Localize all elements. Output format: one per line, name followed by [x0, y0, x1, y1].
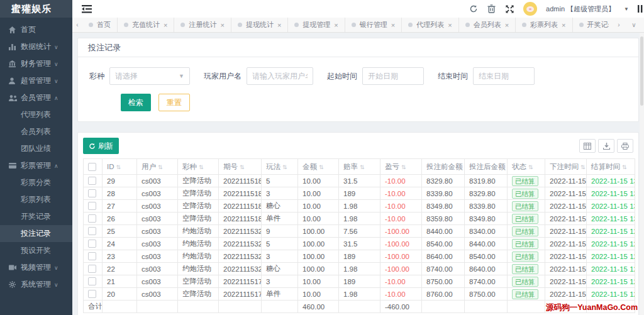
tab-close-icon[interactable]: ×	[562, 21, 565, 29]
tab-label: 提现管理	[303, 20, 330, 30]
sidebar-item-系统管理[interactable]: 系统管理∨	[0, 276, 72, 293]
tabs-menu-icon[interactable]: ∨	[629, 21, 639, 28]
tab-close-icon[interactable]: ×	[334, 21, 338, 29]
chevron-down-icon: ∨	[54, 265, 58, 271]
sort-icon[interactable]: ⇅	[319, 164, 324, 170]
column-header-赔率[interactable]: 赔率⇅	[339, 159, 380, 175]
sidebar-item-投注记录[interactable]: 投注记录	[0, 225, 72, 242]
tabs-scroll-right-icon[interactable]: ›	[614, 21, 624, 28]
cell-issue: 2022111532...	[219, 263, 262, 275]
reset-button[interactable]: 重置	[158, 94, 190, 111]
user-menu-caret-icon[interactable]: ▼	[624, 6, 629, 12]
sidebar-item-超管管理[interactable]: 超管管理∨	[0, 72, 72, 89]
column-header-彩种[interactable]: 彩种⇅	[178, 159, 219, 175]
select-all-checkbox[interactable]	[88, 163, 96, 171]
tabs-scroll-left-icon[interactable]: ‹	[72, 18, 82, 32]
tab-银行管理[interactable]: 银行管理×	[345, 18, 402, 32]
sidebar-item-首页[interactable]: 首页	[0, 21, 72, 38]
sort-icon[interactable]: ⇅	[199, 164, 204, 170]
row-checkbox[interactable]	[88, 252, 96, 260]
tab-会员列表[interactable]: 会员列表×	[459, 18, 516, 32]
column-header-盈亏[interactable]: 盈亏⇅	[380, 159, 422, 175]
column-header-投注前金额[interactable]: 投注前金额⇅	[422, 159, 465, 175]
sort-icon[interactable]: ⇅	[158, 164, 163, 170]
tab-充值统计[interactable]: 充值统计×	[118, 18, 174, 32]
tab-close-icon[interactable]: ×	[505, 21, 509, 29]
admin-username[interactable]: admin 【超级管理员】	[546, 4, 615, 14]
column-header-玩法[interactable]: 玩法⇅	[262, 159, 298, 175]
sidebar-item-代理列表[interactable]: 代理列表	[0, 106, 72, 123]
lottery-type-select[interactable]: 请选择 ▼	[109, 67, 190, 85]
tab-close-icon[interactable]: ×	[448, 21, 452, 29]
tab-close-icon[interactable]: ×	[277, 21, 281, 29]
table-refresh-button[interactable]: 刷新	[83, 138, 119, 154]
status-badge: 已结算	[512, 251, 538, 262]
more-menu-icon[interactable]	[638, 5, 644, 13]
scrollbar-thumb[interactable]	[640, 36, 643, 106]
sidebar-item-数据统计[interactable]: 数据统计∨	[0, 38, 72, 55]
sidebar-item-彩票管理[interactable]: 彩票管理∧	[0, 157, 72, 174]
tab-彩票列表[interactable]: 彩票列表×	[516, 18, 572, 32]
sidebar-item-会员管理[interactable]: 会员管理∧	[0, 89, 72, 106]
row-checkbox[interactable]	[88, 227, 96, 235]
sidebar-item-预设开奖[interactable]: 预设开奖	[0, 242, 72, 259]
columns-toggle-icon[interactable]	[579, 139, 596, 153]
row-checkbox[interactable]	[88, 290, 96, 298]
row-checkbox[interactable]	[88, 177, 96, 185]
sort-icon[interactable]: ⇅	[360, 164, 365, 170]
sidebar-item-团队业绩[interactable]: 团队业绩	[0, 140, 72, 157]
column-header-用户[interactable]: 用户⇅	[137, 159, 178, 175]
column-header-ID[interactable]: ID⇅	[103, 159, 137, 175]
sort-icon[interactable]: ⇅	[580, 164, 586, 170]
column-header-投注后金额[interactable]: 投注后金额⇅	[465, 159, 508, 175]
row-checkbox[interactable]	[88, 189, 96, 197]
row-checkbox[interactable]	[88, 202, 96, 210]
row-checkbox[interactable]	[88, 265, 96, 273]
tab-close-icon[interactable]: ×	[164, 21, 167, 29]
tab-close-icon[interactable]: ×	[391, 21, 395, 29]
fullscreen-icon[interactable]	[505, 4, 514, 14]
user-avatar[interactable]	[523, 2, 537, 16]
gear-icon	[9, 281, 18, 289]
column-header-结算时间[interactable]: 结算时间⇅	[587, 159, 635, 175]
end-date-input[interactable]	[473, 67, 535, 85]
sidebar-item-财务管理[interactable]: 财务管理∨	[0, 55, 72, 72]
sidebar-item-彩票分类[interactable]: 彩票分类	[0, 174, 72, 191]
row-checkbox[interactable]	[88, 277, 96, 285]
sidebar-item-视频管理[interactable]: 视频管理∨	[0, 259, 72, 276]
column-header-金额[interactable]: 金额⇅	[298, 159, 339, 175]
sort-icon[interactable]: ⇅	[401, 164, 406, 170]
cell-profit: -10.00	[380, 288, 422, 301]
tab-提现统计[interactable]: 提现统计×	[231, 18, 288, 32]
column-header-下注时间[interactable]: 下注时间⇅	[545, 159, 587, 175]
player-username-input[interactable]	[247, 67, 313, 85]
search-button[interactable]: 检索	[121, 94, 151, 111]
sort-icon[interactable]: ⇅	[116, 164, 121, 170]
cell-after: 8319.80	[465, 175, 508, 187]
cell-play: 9	[262, 225, 298, 238]
sidebar-item-彩票列表[interactable]: 彩票列表	[0, 191, 72, 208]
tab-开奖记录[interactable]: 开奖记录×	[573, 18, 609, 32]
page-scrollbar[interactable]	[640, 33, 644, 315]
sidebar-item-会员列表[interactable]: 会员列表	[0, 123, 72, 140]
sort-icon[interactable]: ⇅	[282, 164, 287, 170]
print-icon[interactable]	[617, 139, 633, 153]
collapse-sidebar-icon[interactable]	[82, 5, 92, 13]
tab-提现管理[interactable]: 提现管理×	[288, 18, 345, 32]
start-date-input[interactable]	[362, 67, 424, 85]
tab-注册统计[interactable]: 注册统计×	[174, 18, 231, 32]
sort-icon[interactable]: ⇅	[622, 164, 627, 170]
export-download-icon[interactable]	[598, 139, 614, 153]
column-header-期号[interactable]: 期号⇅	[219, 159, 262, 175]
tab-代理列表[interactable]: 代理列表×	[402, 18, 458, 32]
tab-首页[interactable]: 首页	[82, 18, 118, 32]
sort-icon[interactable]: ⇅	[240, 164, 245, 170]
sort-icon[interactable]: ⇅	[528, 164, 533, 170]
column-header-状态[interactable]: 状态⇅	[508, 159, 545, 175]
tab-close-icon[interactable]: ×	[220, 21, 224, 29]
row-checkbox[interactable]	[88, 214, 96, 223]
refresh-icon[interactable]	[469, 4, 478, 14]
trash-icon[interactable]	[487, 4, 496, 14]
sidebar-item-开奖记录[interactable]: 开奖记录	[0, 208, 72, 225]
row-checkbox[interactable]	[88, 240, 96, 248]
